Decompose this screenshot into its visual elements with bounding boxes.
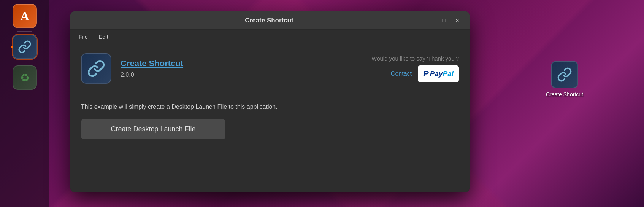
paypal-pay-text: Pay [430, 70, 443, 78]
menubar: File Edit [70, 30, 470, 44]
app-icon-box [81, 53, 111, 84]
dock-icon-files[interactable]: ♻ [13, 65, 37, 90]
link-icon-desktop [557, 67, 572, 82]
menu-file[interactable]: File [75, 32, 92, 41]
taskbar: A ♻ [0, 0, 49, 207]
titlebar: Create Shortcut — □ ✕ [70, 11, 470, 30]
app-name-link[interactable]: Create Shortcut [121, 59, 362, 68]
minimize-button[interactable]: — [424, 15, 436, 26]
create-desktop-launch-file-button[interactable]: Create Desktop Launch File [81, 119, 225, 139]
content-bottom: This example will simply create a Deskto… [70, 93, 470, 148]
main-window: Create Shortcut — □ ✕ File Edit Create S… [70, 11, 470, 192]
dock-divider-2 [17, 62, 32, 62]
donation-area: Would you like to say 'Thank you'? Conta… [371, 55, 459, 82]
desktop-shortcut-label: Create Shortcut [546, 91, 583, 97]
app-link-icon [87, 59, 105, 78]
active-indicator [11, 46, 13, 48]
recycle-icon: ♻ [20, 72, 30, 84]
donation-row: Contact P Pay Pal [391, 65, 459, 82]
link-icon-dock [18, 40, 32, 54]
desktop-shortcut-icon-box [551, 61, 578, 88]
paypal-button[interactable]: P Pay Pal [418, 65, 459, 82]
contact-link[interactable]: Contact [391, 70, 412, 77]
menu-edit[interactable]: Edit [95, 32, 112, 41]
window-title: Create Shortcut [114, 17, 424, 24]
paypal-pal-text: Pal [443, 70, 454, 78]
updater-letter: A [20, 9, 29, 23]
dock-divider-1 [17, 31, 32, 32]
app-version: 2.0.0 [121, 72, 134, 78]
app-info: Create Shortcut 2.0.0 [121, 59, 362, 78]
window-controls: — □ ✕ [424, 15, 463, 26]
description-text: This example will simply create a Deskto… [81, 102, 459, 111]
paypal-p-letter: P [423, 69, 429, 79]
content-top: Create Shortcut 2.0.0 Would you like to … [70, 44, 470, 93]
close-button[interactable]: ✕ [451, 15, 463, 26]
maximize-button[interactable]: □ [438, 15, 450, 26]
dock-icon-software-updater[interactable]: A [13, 4, 37, 28]
dock-icon-create-shortcut[interactable] [13, 35, 37, 59]
donation-text: Would you like to say 'Thank you'? [371, 55, 459, 62]
desktop-shortcut-create-shortcut[interactable]: Create Shortcut [546, 61, 583, 97]
